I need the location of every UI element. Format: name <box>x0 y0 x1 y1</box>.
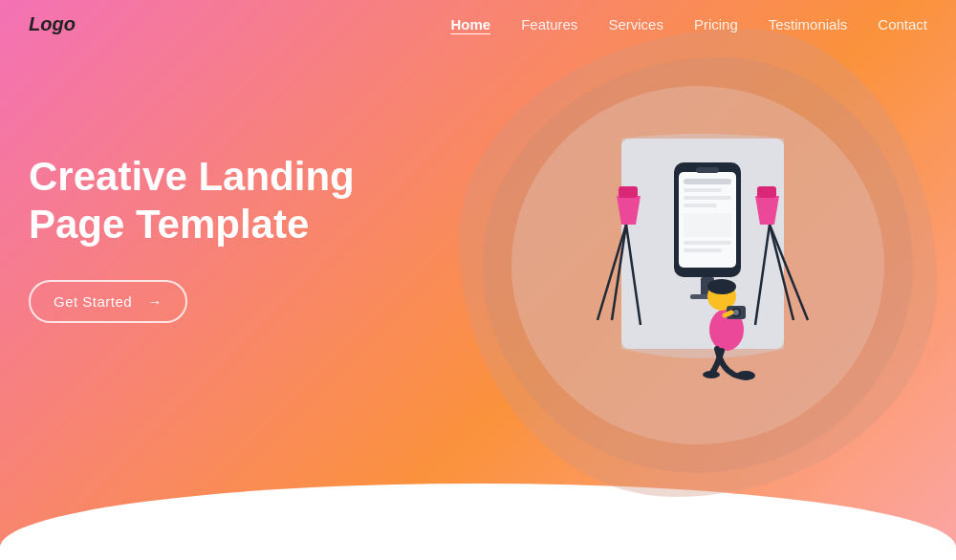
svg-point-28 <box>733 310 739 315</box>
nav-item-testimonials[interactable]: Testimonials <box>769 16 848 33</box>
nav-link-services[interactable]: Services <box>608 16 663 32</box>
svg-point-31 <box>703 371 720 378</box>
cta-label: Get Started <box>54 293 132 310</box>
svg-rect-8 <box>684 241 731 245</box>
svg-rect-9 <box>684 248 722 252</box>
hero-title: Creative Landing Page Template <box>29 153 392 249</box>
cta-arrow-icon: → <box>147 293 163 310</box>
nav-item-pricing[interactable]: Pricing <box>694 16 738 33</box>
svg-rect-22 <box>757 186 776 198</box>
svg-rect-5 <box>684 196 731 200</box>
svg-rect-17 <box>619 186 638 198</box>
navbar: Logo Home Features Services Pricing Test… <box>0 0 956 49</box>
nav-item-contact[interactable]: Contact <box>878 16 927 33</box>
nav-item-services[interactable]: Services <box>608 16 663 33</box>
hero-section: Creative Landing Page Template Get Start… <box>29 153 392 323</box>
svg-point-30 <box>736 371 755 380</box>
nav-link-home[interactable]: Home <box>450 16 490 32</box>
nav-links: Home Features Services Pricing Testimoni… <box>450 16 927 33</box>
logo[interactable]: Logo <box>29 13 76 35</box>
svg-rect-7 <box>684 213 731 237</box>
svg-line-29 <box>725 312 731 315</box>
nav-link-features[interactable]: Features <box>521 16 577 32</box>
nav-item-features[interactable]: Features <box>521 16 577 33</box>
nav-item-home[interactable]: Home <box>450 16 490 33</box>
illustration-container <box>459 29 956 526</box>
svg-point-25 <box>707 279 736 294</box>
hero-illustration <box>516 110 870 435</box>
svg-rect-4 <box>684 188 722 192</box>
svg-rect-6 <box>684 204 717 207</box>
nav-link-pricing[interactable]: Pricing <box>694 16 738 32</box>
svg-rect-3 <box>684 179 731 184</box>
svg-rect-10 <box>696 167 719 173</box>
page-wrapper: Logo Home Features Services Pricing Test… <box>0 0 956 560</box>
nav-link-contact[interactable]: Contact <box>878 16 927 32</box>
nav-link-testimonials[interactable]: Testimonials <box>769 16 848 32</box>
get-started-button[interactable]: Get Started → <box>29 280 187 323</box>
